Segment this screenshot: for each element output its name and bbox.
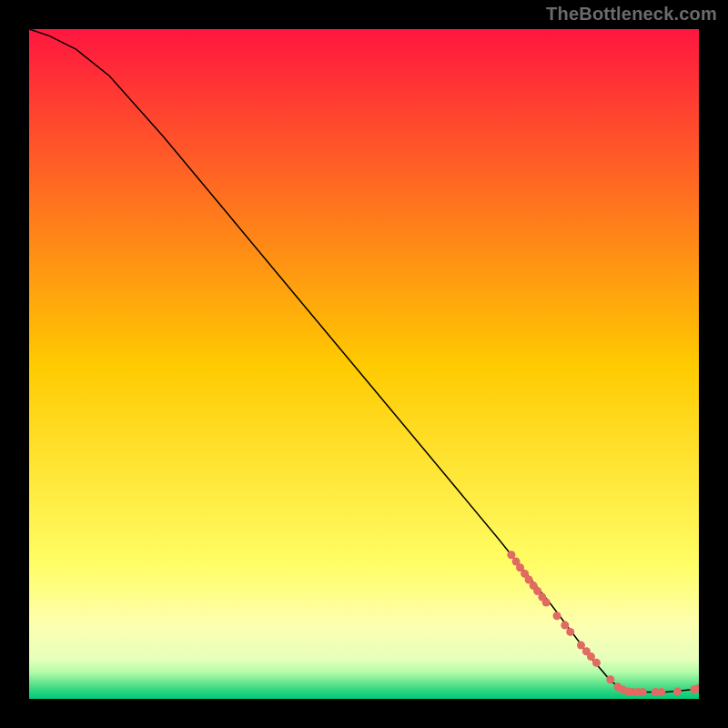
marker-point [592,659,601,667]
marker-point [639,688,647,696]
chart-background [29,29,699,699]
marker-point [673,687,682,695]
marker-point [553,612,561,620]
marker-point [542,599,551,607]
marker-point [566,628,574,636]
marker-point [561,622,569,630]
bottleneck-chart [29,29,699,699]
marker-point [606,675,614,683]
marker-point [657,688,665,696]
watermark-text: TheBottleneck.com [546,4,717,25]
marker-point [507,551,515,559]
